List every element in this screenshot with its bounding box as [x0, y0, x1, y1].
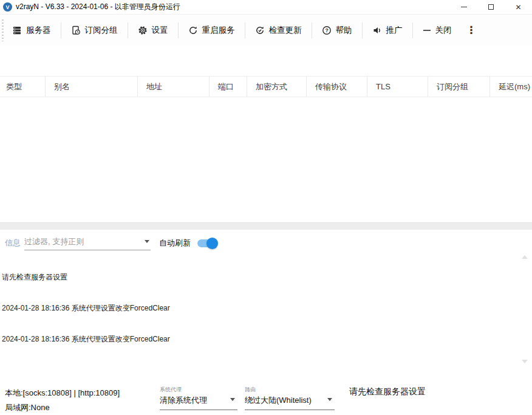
server-icon	[12, 26, 22, 35]
subscription-icon	[71, 26, 81, 35]
maximize-icon	[488, 4, 494, 10]
log-line: 2024-01-28 18:16:36 系统代理设置改变ForcedClear	[2, 334, 170, 345]
column-header-encryption[interactable]: 加密方式	[247, 77, 307, 97]
routing-select[interactable]: 路由 绕过大陆(Whitelist)	[245, 386, 335, 410]
server-filter-bar: 所有 +	[0, 46, 532, 76]
check-update-label: 检查更新	[269, 25, 302, 36]
toolbar-separator	[312, 22, 312, 38]
system-proxy-select[interactable]: 系统代理 清除系统代理	[160, 386, 237, 410]
servers-menu-label: 服务器	[26, 25, 51, 36]
log-panel-header: 信息 自动刷新	[0, 235, 532, 253]
settings-menu-label: 设置	[152, 25, 168, 36]
servers-menu-button[interactable]: 服务器	[4, 21, 60, 39]
column-header-tls[interactable]: TLS	[367, 77, 428, 97]
toolbar-separator	[128, 22, 128, 38]
scroll-down-icon[interactable]	[522, 360, 528, 363]
column-header-port[interactable]: 端口	[210, 77, 247, 97]
routing-label: 路由	[245, 386, 335, 394]
check-update-button[interactable]: 检查更新	[247, 21, 310, 39]
close-button[interactable]: ✕	[505, 0, 532, 14]
help-menu-label: 帮助	[336, 25, 352, 36]
column-header-alias[interactable]: 别名	[46, 77, 138, 97]
help-icon: ?	[322, 26, 332, 35]
close-app-label: 关闭	[435, 25, 452, 36]
chevron-down-icon	[230, 398, 235, 401]
status-message: 请先检查服务器设置	[349, 386, 426, 397]
log-line: 2024-01-28 18:16:36 系统代理设置改变ForcedClear	[2, 303, 170, 314]
promotion-button[interactable]: 推广	[364, 21, 411, 39]
panel-splitter[interactable]	[0, 222, 532, 230]
tab-info[interactable]: 信息	[5, 238, 21, 249]
app-logo-icon: V	[3, 2, 12, 12]
titlebar: V v2rayN - V6.33 - 2024-01-06 - 以非管理员身份运…	[0, 0, 532, 14]
maximize-button[interactable]	[477, 0, 505, 14]
auto-refresh-toggle[interactable]	[197, 239, 217, 247]
toolbar-separator	[412, 22, 413, 38]
column-header-address[interactable]: 地址	[138, 77, 210, 97]
more-options-icon[interactable]: ⋮	[460, 24, 483, 36]
toolbar-separator	[61, 22, 61, 38]
restart-service-label: 重启服务	[202, 25, 235, 36]
window-controls: ✕	[450, 0, 532, 14]
close-app-button[interactable]: 关闭	[414, 21, 460, 39]
help-menu-button[interactable]: ? 帮助	[313, 21, 361, 39]
system-proxy-label: 系统代理	[160, 386, 237, 394]
column-header-delay[interactable]: 延迟(ms)	[490, 77, 532, 97]
window-title: v2rayN - V6.33 - 2024-01-06 - 以非管理员身份运行	[16, 2, 180, 12]
minimize-icon	[461, 7, 467, 7]
toolbar-separator	[362, 22, 363, 38]
subscription-group-menu-label: 订阅分组	[85, 25, 118, 36]
minimize-button[interactable]	[450, 0, 477, 14]
settings-menu-button[interactable]: 设置	[129, 21, 177, 39]
toolbar-separator	[178, 22, 179, 38]
server-table-header: 类型 别名 地址 端口 加密方式 传输协议 TLS 订阅分组 延迟(ms)	[0, 76, 532, 97]
server-table-body-empty	[0, 97, 532, 222]
promotion-icon	[372, 26, 382, 35]
log-panel: 信息 自动刷新 请先检查服务器设置 2024-01-28 18:16:36 系统…	[0, 230, 532, 383]
subscription-group-menu-button[interactable]: 订阅分组	[63, 21, 126, 39]
lan-proxy-status: 局域网:None	[5, 402, 50, 413]
routing-value[interactable]: 绕过大陆(Whitelist)	[245, 395, 335, 410]
restart-service-button[interactable]: 重启服务	[180, 21, 244, 39]
close-icon: ✕	[515, 4, 521, 11]
log-line: 请先检查服务器设置	[2, 272, 170, 283]
auto-refresh-label: 自动刷新	[159, 238, 191, 249]
minus-icon	[423, 26, 431, 35]
statusbar: 本地:[socks:10808] | [http:10809] 局域网:None…	[0, 383, 532, 415]
local-proxy-status: 本地:[socks:10808] | [http:10809]	[5, 388, 120, 399]
restart-icon	[188, 26, 198, 35]
chevron-down-icon	[327, 398, 332, 401]
log-filter-combobox	[24, 235, 151, 250]
gear-icon	[138, 26, 148, 35]
log-filter-input[interactable]	[24, 235, 151, 250]
promotion-label: 推广	[386, 25, 403, 36]
toolbar-separator	[245, 22, 245, 38]
scroll-up-icon[interactable]	[522, 255, 528, 259]
toggle-knob	[206, 238, 218, 249]
check-update-icon	[255, 26, 265, 35]
system-proxy-value[interactable]: 清除系统代理	[160, 395, 237, 410]
chevron-down-icon[interactable]	[145, 240, 149, 243]
column-header-transport[interactable]: 传输协议	[307, 77, 367, 97]
main-toolbar: 服务器 订阅分组 设置 重启服务 检查更	[0, 14, 532, 46]
column-header-subscription[interactable]: 订阅分组	[428, 77, 490, 97]
svg-text:?: ?	[325, 27, 328, 33]
log-output: 请先检查服务器设置 2024-01-28 18:16:36 系统代理设置改变Fo…	[2, 252, 170, 365]
v2rayn-window: V v2rayN - V6.33 - 2024-01-06 - 以非管理员身份运…	[0, 0, 532, 415]
column-header-type[interactable]: 类型	[0, 77, 46, 97]
